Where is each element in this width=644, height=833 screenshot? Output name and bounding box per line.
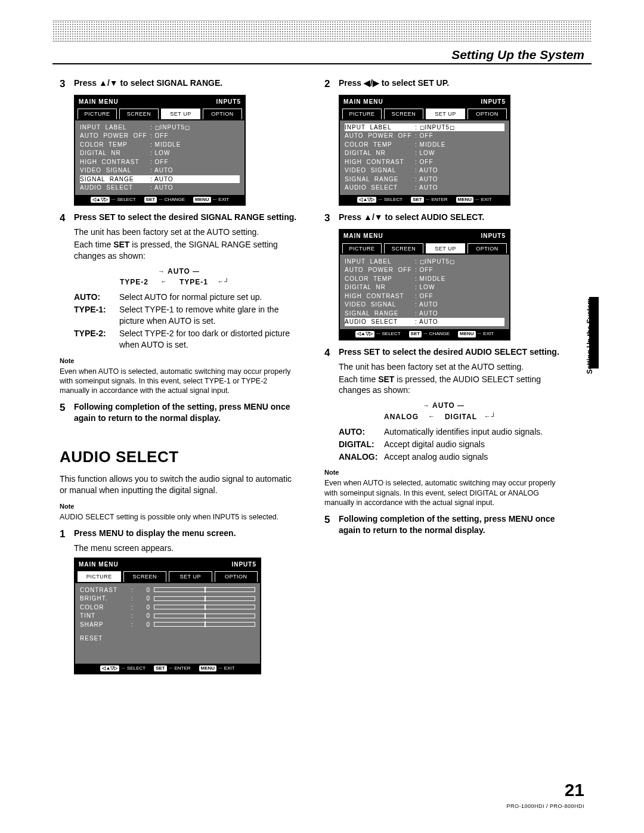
note-heading: Note xyxy=(324,468,563,477)
model-footer: PRO-1000HDI / PRO-800HDI xyxy=(506,803,584,809)
osd-row-selected: INPUT LABEL: ◻INPUT5◻ xyxy=(345,123,504,132)
step-2: 2 Press ◀/▶ to select SET UP. xyxy=(324,78,563,91)
osd-title: MAIN MENU xyxy=(79,98,119,106)
definitions-audio-select: AUTO:Automatically identifies input audi… xyxy=(339,426,563,463)
osd-row-selected: SIGNAL RANGE: AUTO xyxy=(80,175,240,184)
step-4: 4 Press SET to select the desired SIGNAL… xyxy=(60,212,298,225)
osd-reset: RESET xyxy=(80,634,103,643)
manual-page: Setting Up the System Setting Up the Sys… xyxy=(0,0,644,833)
note-body: Even when AUTO is selected, automatic sw… xyxy=(60,367,298,396)
tab-picture: PICTURE xyxy=(78,109,117,119)
tab-setup: SET UP xyxy=(169,571,212,581)
header-rule xyxy=(52,63,592,64)
osd-picture: MAIN MENUINPUT5 PICTURE SCREEN SET UP OP… xyxy=(74,558,261,674)
section-heading-audio-select: AUDIO SELECT xyxy=(60,447,298,467)
osd-setup-tab: MAIN MENUINPUT5 PICTURE SCREEN SET UP OP… xyxy=(339,95,510,206)
step-text: Press ▲/▼ to select SIGNAL RANGE. xyxy=(74,78,222,91)
tab-screen: SCREEN xyxy=(119,109,159,119)
note-heading: Note xyxy=(60,357,298,366)
left-column: 3 Press ▲/▼ to select SIGNAL RANGE. MAIN… xyxy=(60,72,298,677)
cycle-signal-range: → AUTO — TYPE-2←TYPE-1←┘ xyxy=(119,267,239,287)
osd-tabs: PICTURE SCREEN SET UP OPTION xyxy=(75,107,244,120)
note-body: Even when AUTO is selected, automatic sw… xyxy=(324,478,563,507)
step-4-body-1: The unit has been factory set at the AUT… xyxy=(74,227,298,238)
note-heading-2: Note xyxy=(60,502,298,511)
section-intro: This function allows you to switch the a… xyxy=(60,473,298,496)
step-4-body-2: Each time SET is pressed, the SIGNAL RAN… xyxy=(74,239,298,262)
arrows-icon: ◁▲▽▷ xyxy=(91,197,110,203)
tab-option: OPTION xyxy=(215,571,258,581)
step-5: 5 Following completion of the setting, p… xyxy=(60,401,298,424)
osd-input: INPUT5 xyxy=(216,98,241,106)
thumb-tab-label: Setting Up the System xyxy=(586,298,594,374)
step-5: 5 Following completion of the setting, p… xyxy=(324,513,563,536)
step-1-body: The menu screen appears. xyxy=(74,543,298,554)
header-band xyxy=(52,20,592,42)
tab-option: OPTION xyxy=(203,109,242,119)
cycle-audio-select: → AUTO — ANALOG←DIGITAL←┘ xyxy=(384,401,503,421)
osd-row-selected: AUDIO SELECT: AUTO xyxy=(345,318,504,326)
step-3: 3 Press ▲/▼ to select AUDIO SELECT. xyxy=(324,212,563,225)
right-column: 2 Press ◀/▶ to select SET UP. MAIN MENUI… xyxy=(324,72,563,536)
osd-signal-range: MAIN MENUINPUT5 PICTURE SCREEN SET UP OP… xyxy=(74,95,246,206)
definitions-signal-range: AUTO:Select AUTO for normal picture set … xyxy=(74,292,298,350)
tab-picture: PICTURE xyxy=(78,571,121,581)
page-number: 21 xyxy=(565,780,584,800)
step-3: 3 Press ▲/▼ to select SIGNAL RANGE. xyxy=(60,78,298,91)
tab-screen: SCREEN xyxy=(123,571,167,581)
osd-audio-select: MAIN MENUINPUT5 PICTURE SCREEN SET UP OP… xyxy=(339,229,510,340)
note-body-2: AUDIO SELECT setting is possible only wh… xyxy=(60,512,298,522)
tab-setup: SET UP xyxy=(161,109,200,119)
step-1: 1 Press MENU to display the menu screen. xyxy=(60,528,298,541)
header-title: Setting Up the System xyxy=(451,48,584,62)
slider-icon xyxy=(154,587,255,592)
step-number: 3 xyxy=(60,78,74,91)
step-4: 4 Press SET to select the desired AUDIO … xyxy=(324,346,563,360)
